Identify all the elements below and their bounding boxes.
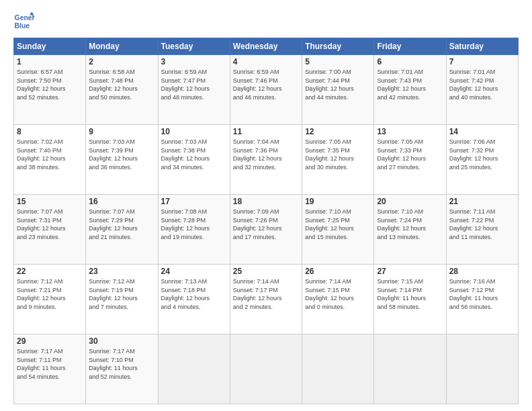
calendar-cell: 27Sunrise: 7:15 AM Sunset: 7:14 PM Dayli…: [374, 265, 446, 334]
calendar-week-1: 1Sunrise: 6:57 AM Sunset: 7:50 PM Daylig…: [14, 55, 519, 125]
calendar-week-3: 15Sunrise: 7:07 AM Sunset: 7:31 PM Dayli…: [14, 195, 519, 265]
calendar-cell: 23Sunrise: 7:12 AM Sunset: 7:19 PM Dayli…: [86, 265, 158, 334]
page: General Blue SundayMondayTuesdayWednesda…: [0, 0, 532, 411]
day-info: Sunrise: 6:59 AM Sunset: 7:47 PM Dayligh…: [161, 68, 227, 101]
day-number: 23: [89, 267, 154, 276]
day-info: Sunrise: 7:06 AM Sunset: 7:32 PM Dayligh…: [449, 138, 515, 171]
calendar-cell: 5Sunrise: 7:00 AM Sunset: 7:44 PM Daylig…: [302, 55, 374, 125]
calendar-cell: [230, 334, 302, 404]
day-info: Sunrise: 7:17 AM Sunset: 7:10 PM Dayligh…: [89, 347, 154, 381]
day-info: Sunrise: 7:10 AM Sunset: 7:24 PM Dayligh…: [377, 208, 443, 241]
day-number: 13: [377, 127, 443, 136]
calendar-cell: 20Sunrise: 7:10 AM Sunset: 7:24 PM Dayli…: [374, 195, 446, 265]
day-info: Sunrise: 7:14 AM Sunset: 7:15 PM Dayligh…: [305, 277, 371, 311]
calendar-cell: 9Sunrise: 7:03 AM Sunset: 7:39 PM Daylig…: [86, 125, 158, 195]
day-number: 12: [305, 127, 371, 136]
day-info: Sunrise: 7:05 AM Sunset: 7:35 PM Dayligh…: [305, 138, 371, 171]
svg-text:Blue: Blue: [15, 22, 30, 30]
day-info: Sunrise: 7:16 AM Sunset: 7:12 PM Dayligh…: [449, 277, 515, 311]
calendar-cell: 26Sunrise: 7:14 AM Sunset: 7:15 PM Dayli…: [302, 265, 374, 334]
calendar-cell: 15Sunrise: 7:07 AM Sunset: 7:31 PM Dayli…: [14, 195, 86, 265]
calendar-cell: 12Sunrise: 7:05 AM Sunset: 7:35 PM Dayli…: [302, 125, 374, 195]
day-info: Sunrise: 7:10 AM Sunset: 7:25 PM Dayligh…: [305, 208, 371, 241]
day-number: 30: [89, 336, 154, 346]
day-number: 2: [89, 57, 154, 66]
calendar-cell: 11Sunrise: 7:04 AM Sunset: 7:36 PM Dayli…: [230, 125, 302, 195]
day-number: 25: [233, 267, 299, 276]
calendar-cell: 10Sunrise: 7:03 AM Sunset: 7:38 PM Dayli…: [158, 125, 230, 195]
day-info: Sunrise: 7:07 AM Sunset: 7:29 PM Dayligh…: [89, 208, 154, 241]
calendar-cell: 28Sunrise: 7:16 AM Sunset: 7:12 PM Dayli…: [446, 265, 518, 334]
calendar-cell: [302, 334, 374, 404]
day-number: 7: [449, 57, 515, 66]
calendar-cell: 2Sunrise: 6:58 AM Sunset: 7:48 PM Daylig…: [86, 55, 158, 125]
day-info: Sunrise: 7:11 AM Sunset: 7:22 PM Dayligh…: [449, 208, 515, 241]
day-number: 5: [305, 57, 371, 66]
day-number: 24: [161, 267, 227, 276]
day-number: 3: [161, 57, 227, 66]
logo-icon: General Blue: [13, 11, 35, 32]
day-info: Sunrise: 7:05 AM Sunset: 7:33 PM Dayligh…: [377, 138, 443, 171]
calendar-cell: 30Sunrise: 7:17 AM Sunset: 7:10 PM Dayli…: [86, 334, 158, 404]
calendar-cell: 3Sunrise: 6:59 AM Sunset: 7:47 PM Daylig…: [158, 55, 230, 125]
day-number: 8: [17, 127, 83, 136]
calendar-cell: [158, 334, 230, 404]
day-info: Sunrise: 7:12 AM Sunset: 7:21 PM Dayligh…: [17, 277, 83, 311]
day-info: Sunrise: 7:13 AM Sunset: 7:18 PM Dayligh…: [161, 277, 227, 311]
day-info: Sunrise: 7:09 AM Sunset: 7:26 PM Dayligh…: [233, 208, 299, 241]
calendar-cell: 7Sunrise: 7:01 AM Sunset: 7:42 PM Daylig…: [446, 55, 518, 125]
day-number: 15: [17, 197, 83, 206]
calendar-cell: 25Sunrise: 7:14 AM Sunset: 7:17 PM Dayli…: [230, 265, 302, 334]
day-number: 18: [233, 197, 299, 206]
calendar-week-2: 8Sunrise: 7:02 AM Sunset: 7:40 PM Daylig…: [14, 125, 519, 195]
calendar-header-saturday: Saturday: [446, 38, 518, 55]
day-number: 19: [305, 197, 371, 206]
day-number: 10: [161, 127, 227, 136]
calendar-header-monday: Monday: [86, 38, 158, 55]
day-number: 14: [449, 127, 515, 136]
calendar-cell: 6Sunrise: 7:01 AM Sunset: 7:43 PM Daylig…: [374, 55, 446, 125]
calendar-cell: 18Sunrise: 7:09 AM Sunset: 7:26 PM Dayli…: [230, 195, 302, 265]
day-number: 22: [17, 267, 83, 276]
day-number: 29: [17, 336, 83, 346]
day-info: Sunrise: 7:01 AM Sunset: 7:43 PM Dayligh…: [377, 68, 443, 101]
day-info: Sunrise: 7:04 AM Sunset: 7:36 PM Dayligh…: [233, 138, 299, 171]
svg-marker-2: [30, 12, 34, 15]
day-info: Sunrise: 7:17 AM Sunset: 7:11 PM Dayligh…: [17, 347, 83, 381]
day-info: Sunrise: 7:03 AM Sunset: 7:39 PM Dayligh…: [89, 138, 154, 171]
day-number: 26: [305, 267, 371, 276]
day-number: 11: [233, 127, 299, 136]
calendar-header-thursday: Thursday: [302, 38, 374, 55]
day-number: 17: [161, 197, 227, 206]
calendar-cell: 22Sunrise: 7:12 AM Sunset: 7:21 PM Dayli…: [14, 265, 86, 334]
day-number: 21: [449, 197, 515, 206]
day-info: Sunrise: 7:03 AM Sunset: 7:38 PM Dayligh…: [161, 138, 227, 171]
day-info: Sunrise: 7:14 AM Sunset: 7:17 PM Dayligh…: [233, 277, 299, 311]
day-info: Sunrise: 7:07 AM Sunset: 7:31 PM Dayligh…: [17, 208, 83, 241]
day-number: 20: [377, 197, 443, 206]
day-number: 9: [89, 127, 154, 136]
calendar-header-row: SundayMondayTuesdayWednesdayThursdayFrid…: [14, 38, 519, 55]
calendar-cell: 8Sunrise: 7:02 AM Sunset: 7:40 PM Daylig…: [14, 125, 86, 195]
calendar-cell: 24Sunrise: 7:13 AM Sunset: 7:18 PM Dayli…: [158, 265, 230, 334]
calendar-cell: [446, 334, 518, 404]
day-number: 28: [449, 267, 515, 276]
calendar-cell: 13Sunrise: 7:05 AM Sunset: 7:33 PM Dayli…: [374, 125, 446, 195]
day-info: Sunrise: 7:00 AM Sunset: 7:44 PM Dayligh…: [305, 68, 371, 101]
calendar-cell: 17Sunrise: 7:08 AM Sunset: 7:28 PM Dayli…: [158, 195, 230, 265]
day-number: 1: [17, 57, 83, 66]
day-info: Sunrise: 6:57 AM Sunset: 7:50 PM Dayligh…: [17, 68, 83, 101]
day-info: Sunrise: 7:12 AM Sunset: 7:19 PM Dayligh…: [89, 277, 154, 311]
day-info: Sunrise: 6:58 AM Sunset: 7:48 PM Dayligh…: [89, 68, 154, 101]
day-info: Sunrise: 6:59 AM Sunset: 7:46 PM Dayligh…: [233, 68, 299, 101]
calendar-cell: 21Sunrise: 7:11 AM Sunset: 7:22 PM Dayli…: [446, 195, 518, 265]
calendar-week-5: 29Sunrise: 7:17 AM Sunset: 7:11 PM Dayli…: [14, 334, 519, 404]
header: General Blue: [13, 11, 519, 32]
day-number: 4: [233, 57, 299, 66]
calendar-cell: 4Sunrise: 6:59 AM Sunset: 7:46 PM Daylig…: [230, 55, 302, 125]
day-number: 16: [89, 197, 154, 206]
day-number: 6: [377, 57, 443, 66]
day-info: Sunrise: 7:01 AM Sunset: 7:42 PM Dayligh…: [449, 68, 515, 101]
day-info: Sunrise: 7:02 AM Sunset: 7:40 PM Dayligh…: [17, 138, 83, 171]
calendar-cell: 16Sunrise: 7:07 AM Sunset: 7:29 PM Dayli…: [86, 195, 158, 265]
